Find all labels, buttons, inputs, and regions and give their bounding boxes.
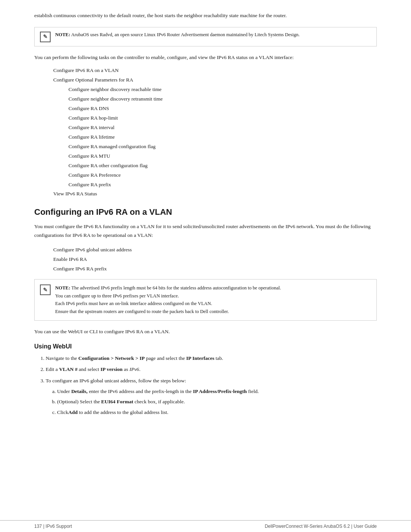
note-content-1: ArubaOS uses Radvd, an open source Linux… — [71, 32, 299, 37]
step3c-bold1: Add — [68, 409, 78, 415]
task-item-view: View IPv6 RA Status — [53, 189, 377, 199]
note-content-2: NOTE: The advertised IPv6 prefix length … — [55, 284, 281, 316]
intro-paragraph: establish continuous connectivity to the… — [34, 11, 377, 20]
task-list: Configure IPv6 RA on a VLAN Configure Op… — [53, 66, 377, 199]
sub-task-item-8: Configure RA MTU — [68, 152, 377, 161]
page-container: establish continuous connectivity to the… — [0, 0, 411, 532]
note-text-1: NOTE: ArubaOS uses Radvd, an open source… — [55, 31, 299, 38]
step2-italic1: IPv6 — [129, 366, 139, 372]
note2-line3: Ensure that the upstream routers are con… — [55, 308, 281, 316]
task-item-1: Configure IPv6 RA on a VLAN — [53, 66, 377, 75]
sub-task-item-3: Configure RA DNS — [68, 104, 377, 113]
step1-bold2: IP Interfaces — [186, 355, 214, 361]
sub-task-item-2: Configure neighbor discovery retransmit … — [68, 94, 377, 104]
sub-task-item-4: Configure RA hop-limit — [68, 113, 377, 123]
vlan-task-item-1: Configure IPv6 global unicast address — [53, 245, 377, 255]
sub-task-item-11: Configure RA prefix — [68, 180, 377, 190]
sub-task-list: Configure neighbor discovery reachable t… — [68, 85, 377, 190]
footer-right: DellPowerConnect W-Series ArubaOS 6.2 | … — [265, 524, 377, 529]
page-footer: 137 | IPv6 Support DellPowerConnect W-Se… — [0, 520, 411, 532]
footer-left: 137 | IPv6 Support — [34, 524, 72, 529]
vlan-task-list: Configure IPv6 global unicast address En… — [53, 245, 377, 274]
vlan-task-item-2: Enable IPv6 RA — [53, 255, 377, 264]
note-box-1: ✎ NOTE: ArubaOS uses Radvd, an open sour… — [34, 27, 377, 46]
note-icon-1: ✎ — [40, 32, 51, 42]
page-number: 137 — [34, 524, 42, 529]
step3a-bold2: IP Address/Prefix-length — [193, 388, 247, 394]
webui-subheading: Using WebUI — [34, 343, 377, 350]
step2-bold2: IP version — [100, 366, 123, 372]
task-intro-paragraph: You can perform the following tasks on t… — [34, 53, 377, 62]
sub-task-item-1: Configure neighbor discovery reachable t… — [68, 85, 377, 94]
sub-task-item-10: Configure RA Preference — [68, 171, 377, 180]
step3a-bold1: Details, — [71, 388, 88, 394]
sub-task-item-5: Configure RA interval — [68, 123, 377, 133]
step-3: To configure an IPv6 global unicast addr… — [46, 376, 377, 417]
content-area: establish continuous connectivity to the… — [0, 0, 411, 520]
webui-intro-paragraph: You can use the WebUI or CLI to configur… — [34, 328, 377, 336]
footer-section: IPv6 Support — [46, 524, 72, 529]
sub-task-item-6: Configure RA lifetime — [68, 133, 377, 142]
vlan-task-item-3: Configure IPv6 RA prefix — [53, 264, 377, 274]
note-icon-2: ✎ — [40, 284, 51, 295]
note-label-1: NOTE: — [55, 32, 70, 37]
pencil-icon-2: ✎ — [43, 287, 48, 293]
note2-line1: You can configure up to three IPv6 prefi… — [55, 292, 281, 300]
section1-paragraph: You must configure the IPv6 RA functiona… — [34, 222, 377, 240]
step3b-bold1: EUI64 Format — [101, 399, 133, 404]
step-1: Navigate to the Configuration > Network … — [46, 354, 377, 363]
task-item-2: Configure Optional Parameters for RA — [53, 75, 377, 85]
step-3a: Under Details, enter the IPv6 address an… — [57, 387, 377, 396]
step1-bold1: Configuration > Network > IP — [78, 355, 145, 361]
note2-line2: Each IPv6 prefix must have an on-link in… — [55, 300, 281, 308]
note2-line0: NOTE: The advertised IPv6 prefix length … — [55, 284, 281, 292]
pencil-icon: ✎ — [43, 34, 48, 40]
numbered-steps-list: Navigate to the Configuration > Network … — [46, 354, 377, 417]
section1-heading: Configuring an IPv6 RA on a VLAN — [34, 207, 377, 217]
step2-bold1: VLAN # — [59, 366, 77, 372]
sub-task-item-9: Configure RA other configuration flag — [68, 161, 377, 171]
step-3b: (Optional) Select the EUI64 Format check… — [57, 397, 377, 406]
step-3c: ClickAdd to add the address to the globa… — [57, 408, 377, 417]
note-box-2: ✎ NOTE: The advertised IPv6 prefix lengt… — [34, 279, 377, 321]
step-2: Edit a VLAN # and select IP version as I… — [46, 365, 377, 374]
lettered-steps-list: Under Details, enter the IPv6 address an… — [57, 387, 377, 417]
sub-task-item-7: Configure RA managed configuration flag — [68, 142, 377, 152]
